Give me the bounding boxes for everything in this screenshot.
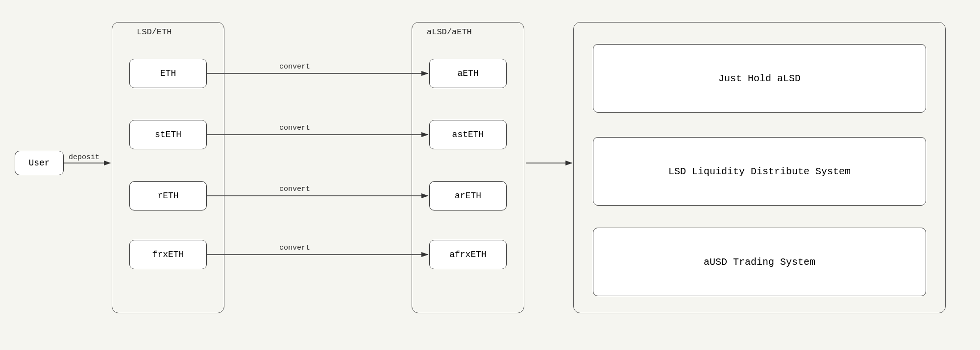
frxeth-label: frxETH [152,250,184,259]
convert-label-2: convert [279,124,310,132]
user-node: User [15,151,64,175]
convert-label-4: convert [279,244,310,252]
just-hold-node: Just Hold aLSD [593,44,926,113]
areth-label: arETH [455,191,481,201]
alsd-group-label: aLSD/aETH [427,27,472,37]
aeth-node: aETH [429,59,507,88]
lsd-liquidity-label: LSD Liquidity Distribute System [668,166,851,177]
lsd-group-label: LSD/ETH [137,27,172,37]
afrxeth-node: afrxETH [429,240,507,269]
asteth-node: astETH [429,120,507,149]
ausd-trading-node: aUSD Trading System [593,228,926,296]
steth-label: stETH [155,130,181,140]
lsd-liquidity-node: LSD Liquidity Distribute System [593,137,926,206]
eth-node: ETH [129,59,207,88]
reth-label: rETH [157,191,178,201]
steth-node: stETH [129,120,207,149]
ausd-trading-label: aUSD Trading System [704,257,815,268]
aeth-label: aETH [457,69,478,78]
asteth-label: astETH [452,130,484,140]
eth-label: ETH [160,69,176,78]
user-label: User [28,158,49,168]
areth-node: arETH [429,181,507,210]
convert-label-3: convert [279,185,310,193]
deposit-label: deposit [69,153,99,162]
reth-node: rETH [129,181,207,210]
frxeth-node: frxETH [129,240,207,269]
just-hold-label: Just Hold aLSD [718,73,801,84]
convert-label-1: convert [279,63,310,71]
afrxeth-label: afrxETH [449,250,487,259]
diagram: deposit convert convert convert convert … [0,0,980,350]
